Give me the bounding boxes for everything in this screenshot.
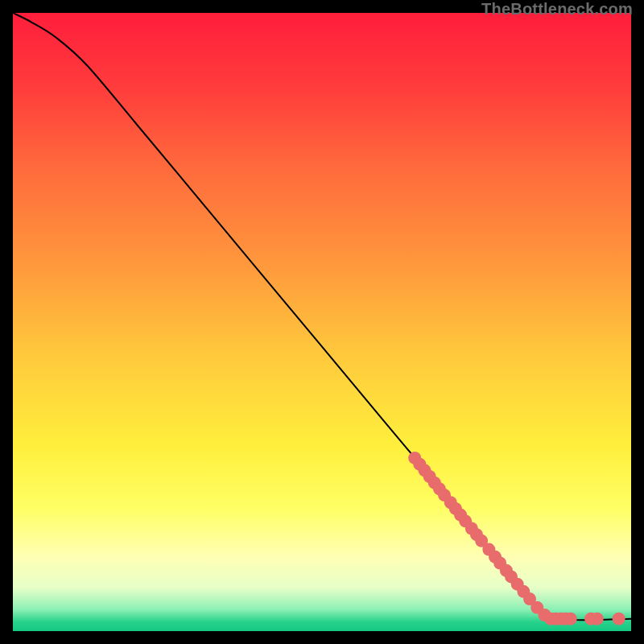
chart-svg [13, 13, 631, 631]
scatter-point [564, 613, 577, 625]
gradient-rect [13, 13, 631, 631]
scatter-point [591, 613, 604, 625]
watermark-text: TheBottleneck.com [481, 0, 633, 19]
scatter-point [613, 613, 625, 625]
chart-stage: TheBottleneck.com [0, 0, 644, 644]
